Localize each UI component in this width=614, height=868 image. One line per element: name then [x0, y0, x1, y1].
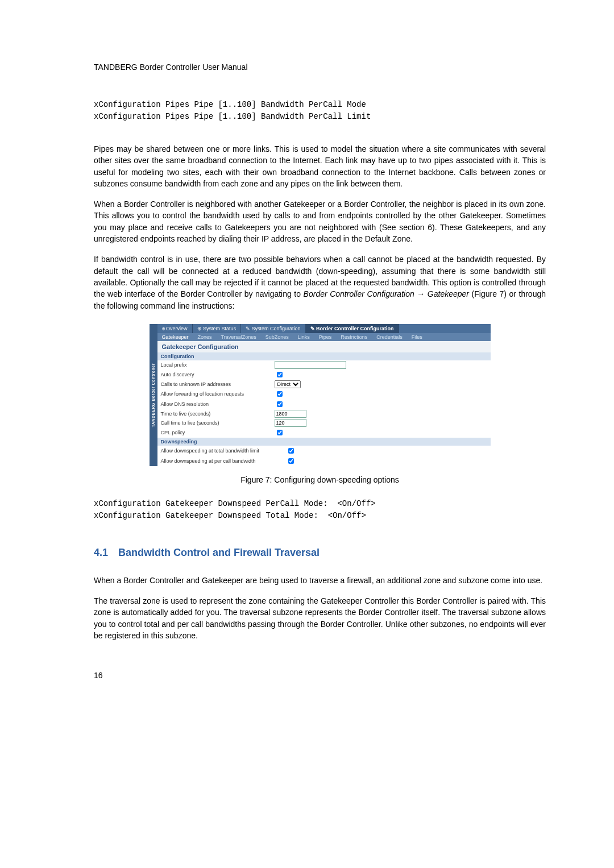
- checkbox-auto-discovery[interactable]: [277, 372, 283, 377]
- paragraph: When a Border Controller and Gatekeeper …: [94, 575, 546, 586]
- subtab-subzones[interactable]: SubZones: [261, 333, 293, 341]
- select-calls-unknown[interactable]: Direct: [275, 380, 301, 388]
- subtab-zones[interactable]: Zones: [193, 333, 217, 341]
- label-allow-dns: Allow DNS resolution: [161, 401, 275, 407]
- tab-border-controller-configuration[interactable]: ✎ Border Controller Configuration: [306, 324, 399, 333]
- code-line: xConfiguration Gatekeeper Downspeed PerC…: [94, 499, 376, 508]
- paragraph: If bandwidth control is in use, there ar…: [94, 254, 546, 311]
- tab-overview[interactable]: ⎈ Overview: [157, 324, 193, 333]
- subtab-links[interactable]: Links: [293, 333, 314, 341]
- page-header: TANDBERG Border Controller User Manual: [94, 63, 546, 72]
- input-call-ttl[interactable]: [275, 419, 306, 427]
- top-tabs: ⎈ Overview ⊕ System Status ✎ System Conf…: [157, 324, 491, 333]
- page-title: Gatekeeper Configuration: [157, 341, 491, 352]
- subtab-traversalzones[interactable]: TraversalZones: [217, 333, 261, 341]
- label-call-ttl: Call time to live (seconds): [161, 420, 275, 426]
- section-number: 4.1: [94, 547, 108, 558]
- label-calls-unknown: Calls to unknown IP addresses: [161, 381, 275, 387]
- label-ttl: Time to live (seconds): [161, 411, 275, 417]
- nav-path: Border Controller Configuration: [304, 289, 414, 298]
- checkbox-allow-forwarding[interactable]: [277, 391, 283, 397]
- code-block-1: xConfiguration Pipes Pipe [1..100] Bandw…: [94, 99, 546, 123]
- tab-system-status[interactable]: ⊕ System Status: [193, 324, 242, 333]
- input-local-prefix[interactable]: [275, 361, 346, 369]
- label-allow-forwarding: Allow forwarding of location requests: [161, 391, 275, 397]
- code-line: xConfiguration Pipes Pipe [1..100] Bandw…: [94, 112, 371, 121]
- subtab-pipes[interactable]: Pipes: [314, 333, 337, 341]
- sidebar-brand-label: TANDBERG Border Controller: [151, 362, 156, 429]
- subtab-restrictions[interactable]: Restrictions: [336, 333, 372, 341]
- subtab-gatekeeper[interactable]: Gatekeeper: [157, 333, 193, 341]
- checkbox-allow-dns[interactable]: [277, 401, 283, 407]
- label-ds-percall: Allow downspeeding at per call bandwidth: [161, 458, 286, 464]
- text: →: [414, 289, 428, 298]
- config-section-header: Configuration: [157, 352, 491, 360]
- figure-caption: Figure 7: Configuring down-speeding opti…: [94, 475, 546, 484]
- section-heading: 4.1Bandwidth Control and Firewall Traver…: [94, 547, 546, 559]
- paragraph: When a Border Controller is neighbored w…: [94, 198, 546, 244]
- code-line: xConfiguration Gatekeeper Downspeed Tota…: [94, 511, 366, 520]
- screenshot-figure: TANDBERG Border Controller ⎈ Overview ⊕ …: [150, 324, 491, 466]
- checkbox-ds-total[interactable]: [288, 448, 294, 454]
- checkbox-cpl-policy[interactable]: [277, 430, 283, 435]
- input-ttl[interactable]: [275, 410, 306, 418]
- label-local-prefix: Local prefix: [161, 362, 275, 368]
- code-line: xConfiguration Pipes Pipe [1..100] Bandw…: [94, 100, 366, 109]
- downspeeding-section-header: Downspeeding: [157, 438, 491, 446]
- label-cpl-policy: CPL policy: [161, 430, 275, 435]
- subtab-credentials[interactable]: Credentials: [372, 333, 407, 341]
- code-block-2: xConfiguration Gatekeeper Downspeed PerC…: [94, 498, 546, 522]
- subtab-files[interactable]: Files: [407, 333, 427, 341]
- sub-tabs: Gatekeeper Zones TraversalZones SubZones…: [157, 333, 491, 341]
- checkbox-ds-percall[interactable]: [288, 458, 294, 464]
- label-auto-discovery: Auto discovery: [161, 372, 275, 377]
- label-ds-total: Allow downspeeding at total bandwidth li…: [161, 448, 286, 454]
- nav-path: Gatekeeper: [428, 289, 469, 298]
- tab-system-configuration[interactable]: ✎ System Configuration: [241, 324, 306, 333]
- paragraph: The traversal zone is used to represent …: [94, 595, 546, 641]
- section-title-text: Bandwidth Control and Firewall Traversal: [118, 547, 320, 558]
- page-number: 16: [94, 671, 546, 680]
- paragraph: Pipes may be shared between one or more …: [94, 143, 546, 189]
